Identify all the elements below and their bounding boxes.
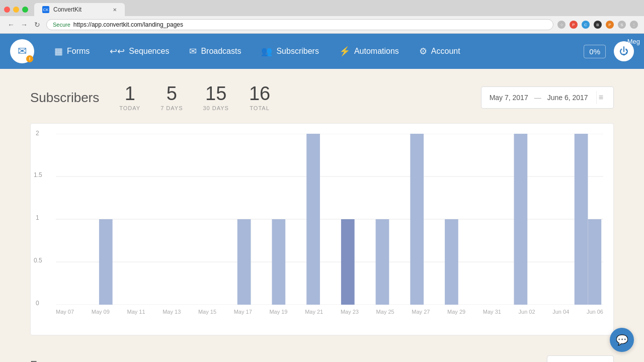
x-label-may23: May 23 xyxy=(341,309,359,315)
date-filter-button[interactable]: ≡ xyxy=(596,91,605,104)
x-label-may27: May 27 xyxy=(412,309,430,315)
bar-may19 xyxy=(306,134,320,305)
broadcasts-icon: ✉ xyxy=(189,46,197,57)
url-bar[interactable]: Secure https://app.convertkit.com/landin… xyxy=(46,19,553,30)
stat-7days-value: 5 xyxy=(160,84,183,103)
nav-subscribers-label: Subscribers xyxy=(276,47,318,56)
chart-svg xyxy=(56,134,603,305)
nav-item-sequences[interactable]: ↩↩ Sequences xyxy=(100,34,179,69)
maximize-button[interactable] xyxy=(22,7,28,13)
bar-may09 xyxy=(99,219,113,305)
nav-buttons: ← → ↻ xyxy=(6,20,42,30)
address-bar: ← → ↻ Secure https://app.convertkit.com/… xyxy=(0,16,644,33)
forward-button[interactable]: → xyxy=(19,20,29,30)
x-label-may17: May 17 xyxy=(234,309,252,315)
tab-label: ConvertKit xyxy=(53,6,82,13)
bar-may27 xyxy=(445,219,458,305)
nav-warning-icon: ! xyxy=(26,55,33,62)
x-axis: May 07 May 09 May 11 May 13 May 15 May 1… xyxy=(56,305,603,315)
extension-icon-3[interactable]: B xyxy=(594,21,602,29)
chart-container: 2 1.5 1 0.5 0 May 07 May 09 May 11 May 1… xyxy=(30,123,614,335)
nav-logo[interactable]: ✉ ! xyxy=(10,39,34,63)
x-label-may13: May 13 xyxy=(163,309,181,315)
nav-item-forms[interactable]: ▦ Forms xyxy=(44,34,100,69)
minimize-button[interactable] xyxy=(13,7,19,13)
date-separator: — xyxy=(534,94,541,102)
y-label-2: 2 xyxy=(36,130,39,137)
user-avatar: Meg xyxy=(627,38,640,45)
bar-may31 xyxy=(514,134,527,305)
address-icons: ☆ P C B P S ⋮ xyxy=(557,21,638,29)
extension-icon-2[interactable]: C xyxy=(582,21,590,29)
page-content: Subscribers 1 TODAY 5 7 DAYS 15 30 DAYS … xyxy=(0,69,644,362)
subscribers-icon: 👥 xyxy=(261,46,272,57)
stat-30days-value: 15 xyxy=(203,84,228,103)
nav-item-subscribers[interactable]: 👥 Subscribers xyxy=(251,34,329,69)
browser-chrome: CK ConvertKit ✕ ← → ↻ Secure https://app… xyxy=(0,0,644,34)
y-label-1: 1 xyxy=(36,214,39,221)
y-label-1-5: 1.5 xyxy=(34,171,42,178)
stat-today: 1 TODAY xyxy=(119,84,140,111)
chart-area: 2 1.5 1 0.5 0 xyxy=(56,134,603,305)
bar-jun06 xyxy=(588,219,601,305)
stat-today-value: 1 xyxy=(119,84,140,103)
x-label-may09: May 09 xyxy=(92,309,110,315)
date-start: May 7, 2017 xyxy=(490,94,528,102)
secure-badge: Secure xyxy=(53,22,70,28)
back-button[interactable]: ← xyxy=(6,20,16,30)
x-label-may31: May 31 xyxy=(483,309,501,315)
stat-30days-label: 30 DAYS xyxy=(203,105,228,111)
traffic-lights xyxy=(4,7,28,13)
nav-automations-label: Automations xyxy=(354,47,399,56)
extension-icon-6[interactable]: ⋮ xyxy=(630,21,638,29)
date-range-picker[interactable]: May 7, 2017 — June 6, 2017 ≡ xyxy=(481,86,614,109)
stat-7days: 5 7 DAYS xyxy=(160,84,183,111)
create-form-button[interactable]: + Create Form xyxy=(547,355,614,362)
bar-jun04 xyxy=(575,134,588,305)
stat-30days: 15 30 DAYS xyxy=(203,84,228,111)
nav-item-automations[interactable]: ⚡ Automations xyxy=(329,34,409,69)
bar-may17 xyxy=(272,219,285,305)
extension-icon-4[interactable]: P xyxy=(606,21,614,29)
extension-icon-5[interactable]: S xyxy=(618,21,626,29)
forms-title: Forms xyxy=(30,358,61,362)
y-label-0-5: 0.5 xyxy=(34,257,42,264)
main-nav: Meg ✉ ! ▦ Forms ↩↩ Sequences ✉ Broadcast… xyxy=(0,34,644,69)
stats-group: 1 TODAY 5 7 DAYS 15 30 DAYS 16 TOTAL xyxy=(119,84,270,111)
x-label-may19: May 19 xyxy=(269,309,287,315)
x-label-may25: May 25 xyxy=(376,309,394,315)
chat-button[interactable]: 💬 xyxy=(610,328,634,352)
url-text: https://app.convertkit.com/landing_pages xyxy=(73,21,183,28)
nav-right: 0% ⏻ xyxy=(584,41,634,61)
nav-sequences-label: Sequences xyxy=(129,47,169,56)
y-label-0: 0 xyxy=(36,300,39,307)
automations-icon: ⚡ xyxy=(339,46,350,57)
tab-close-icon[interactable]: ✕ xyxy=(113,7,117,13)
nav-forms-label: Forms xyxy=(67,47,90,56)
forms-icon: ▦ xyxy=(54,46,63,57)
active-tab[interactable]: CK ConvertKit ✕ xyxy=(34,3,125,16)
chat-icon: 💬 xyxy=(616,334,628,346)
bookmark-icon[interactable]: ☆ xyxy=(557,21,566,29)
bar-may21 xyxy=(341,219,355,305)
tab-bar: CK ConvertKit ✕ xyxy=(0,0,644,16)
date-end: June 6, 2017 xyxy=(547,94,588,102)
x-label-may21: May 21 xyxy=(305,309,323,315)
x-label-may11: May 11 xyxy=(127,309,145,315)
bar-may23 xyxy=(376,219,389,305)
refresh-button[interactable]: ↻ xyxy=(32,20,42,30)
subscribers-title: Subscribers xyxy=(30,90,99,106)
x-label-may15: May 15 xyxy=(198,309,216,315)
x-label-jun02: Jun 02 xyxy=(519,309,535,315)
nav-item-account[interactable]: ⚙ Account xyxy=(409,34,470,69)
stat-7days-label: 7 DAYS xyxy=(160,105,183,111)
nav-item-broadcasts[interactable]: ✉ Broadcasts xyxy=(179,34,251,69)
extension-icon-1[interactable]: P xyxy=(570,21,578,29)
stat-today-label: TODAY xyxy=(119,105,140,111)
usage-percent: 0% xyxy=(584,45,606,58)
subscribers-header: Subscribers 1 TODAY 5 7 DAYS 15 30 DAYS … xyxy=(30,84,614,111)
tab-favicon: CK xyxy=(42,6,49,13)
x-label-may07: May 07 xyxy=(56,309,74,315)
close-button[interactable] xyxy=(4,7,10,13)
stat-total-value: 16 xyxy=(249,84,270,103)
